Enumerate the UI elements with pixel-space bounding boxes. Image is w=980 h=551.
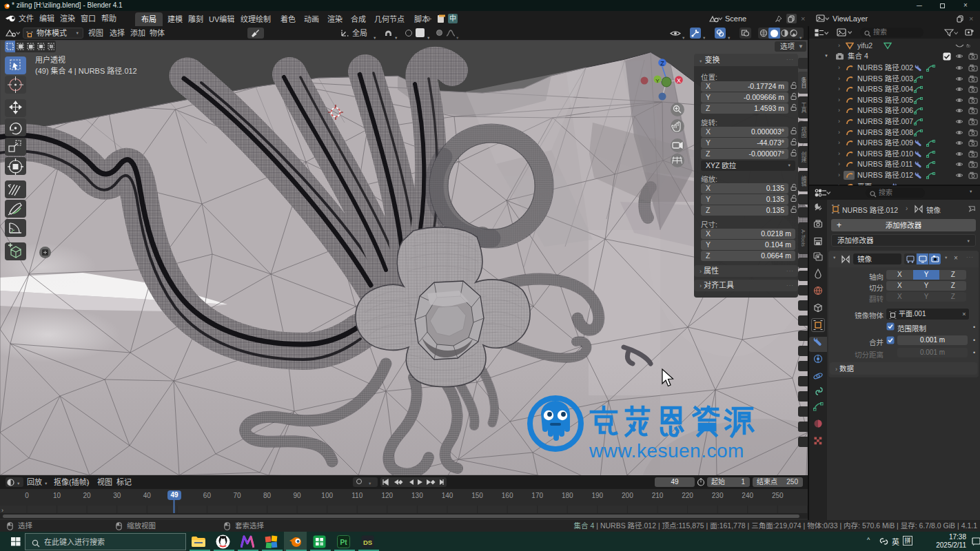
svg-text:Pt: Pt bbox=[340, 539, 348, 546]
svg-text:▼: ▼ bbox=[798, 43, 804, 50]
svg-text:(49) 集合 4 | NURBS 路径.012: (49) 集合 4 | NURBS 路径.012 bbox=[35, 66, 137, 75]
svg-text:用户透视: 用户透视 bbox=[35, 55, 65, 64]
svg-text:Y: Y bbox=[655, 78, 660, 84]
svg-text:选项: 选项 bbox=[780, 42, 795, 50]
svg-text:X: X bbox=[677, 77, 681, 84]
svg-text:Z: Z bbox=[660, 60, 664, 67]
svg-text:www.kesuen.com: www.kesuen.com bbox=[589, 440, 744, 461]
svg-text:DS: DS bbox=[363, 539, 372, 546]
